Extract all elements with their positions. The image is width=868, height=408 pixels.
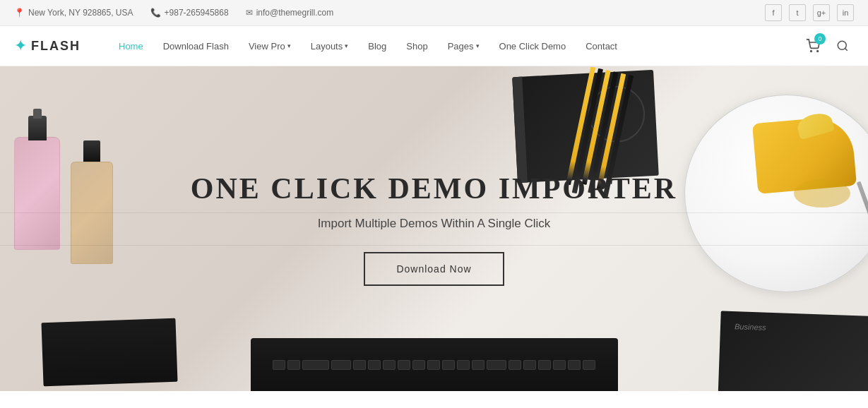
chevron-down-icon: ▾	[345, 42, 348, 49]
twitter-icon[interactable]: t	[789, 4, 806, 21]
svg-line-3	[845, 48, 847, 50]
location-icon: 📍	[14, 8, 25, 18]
hero-title: ONE CLICK DEMO IMPORTER	[191, 172, 677, 205]
logo-text: FLASH	[31, 39, 81, 54]
phone-icon: 📞	[150, 8, 161, 18]
location-text: New York, NY 928865, USA	[28, 8, 133, 18]
chevron-down-icon: ▾	[287, 42, 291, 49]
location-item: 📍 New York, NY 928865, USA	[14, 8, 133, 18]
logo-icon: ✦	[14, 37, 27, 55]
main-nav: Home Download Flash View Pro ▾ Layouts ▾…	[109, 35, 802, 57]
header: ✦ FLASH Home Download Flash View Pro ▾ L…	[0, 26, 868, 66]
cart-button[interactable]: 0	[802, 35, 824, 57]
svg-point-0	[811, 51, 812, 52]
nav-view-pro[interactable]: View Pro ▾	[239, 35, 301, 57]
nav-pages[interactable]: Pages ▾	[438, 35, 489, 57]
nav-home[interactable]: Home	[109, 35, 153, 57]
google-plus-icon[interactable]: g+	[813, 4, 830, 21]
hero-section: ONE CLICK DEMO IMPORTER Import Multiple …	[0, 66, 868, 391]
top-bar-left: 📍 New York, NY 928865, USA 📞 +987-265945…	[14, 8, 333, 18]
phone-text: +987-265945868	[165, 8, 229, 18]
header-icons: 0	[802, 35, 854, 57]
nav-download-flash[interactable]: Download Flash	[153, 35, 239, 57]
nav-blog[interactable]: Blog	[358, 35, 396, 57]
chevron-down-icon: ▾	[476, 42, 480, 49]
social-links: f t g+ in	[765, 4, 854, 21]
hero-subtitle: Import Multiple Demos Within A Single Cl…	[318, 217, 551, 231]
facebook-icon[interactable]: f	[765, 4, 782, 21]
nav-layouts[interactable]: Layouts ▾	[301, 35, 359, 57]
email-text: info@themegrill.com	[256, 8, 334, 18]
top-bar: 📍 New York, NY 928865, USA 📞 +987-265945…	[0, 0, 868, 26]
download-now-button[interactable]: Download Now	[364, 252, 504, 286]
nav-one-click-demo[interactable]: One Click Demo	[489, 35, 576, 57]
email-item: ✉ info@themegrill.com	[246, 8, 334, 18]
cart-badge: 0	[814, 33, 826, 44]
search-button[interactable]	[831, 35, 854, 57]
svg-point-2	[838, 41, 846, 49]
phone-item: 📞 +987-265945868	[150, 8, 229, 18]
svg-point-1	[817, 51, 819, 52]
hero-content: ONE CLICK DEMO IMPORTER Import Multiple …	[0, 66, 868, 391]
email-icon: ✉	[246, 8, 253, 18]
nav-shop[interactable]: Shop	[396, 35, 437, 57]
linkedin-icon[interactable]: in	[837, 4, 854, 21]
logo[interactable]: ✦ FLASH	[14, 37, 81, 55]
nav-contact[interactable]: Contact	[576, 35, 627, 57]
